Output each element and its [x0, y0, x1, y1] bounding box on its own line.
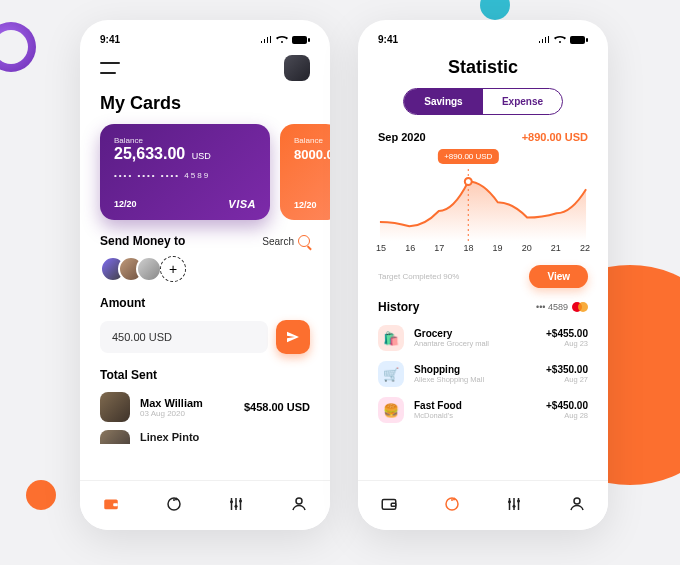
history-list: 🛍️ Grocery Anantare Grocery mall +$455.0… — [358, 320, 608, 428]
card-brand-visa: VISA — [228, 198, 256, 210]
segment-savings[interactable]: Savings — [404, 89, 483, 114]
add-contact-button[interactable]: + — [160, 256, 186, 282]
tab-profile[interactable] — [290, 495, 308, 517]
chart-tooltip: +890.00 USD — [438, 149, 498, 164]
svg-rect-3 — [114, 503, 119, 506]
target-completed-text: Target Completed 90% — [378, 272, 459, 281]
tab-activity[interactable] — [165, 495, 183, 517]
status-indicators — [260, 36, 310, 44]
wifi-icon — [554, 36, 566, 44]
sliders-icon — [227, 495, 245, 513]
svg-rect-13 — [383, 499, 397, 509]
x-tick: 17 — [434, 243, 444, 253]
card-primary[interactable]: Balance 25,633.00 USD •••• •••• •••• 458… — [100, 124, 270, 220]
wifi-icon — [276, 36, 288, 44]
card-expiry: 12/20 — [294, 200, 317, 210]
svg-point-5 — [230, 500, 233, 503]
history-item-date: Aug 23 — [546, 339, 588, 348]
sent-item[interactable]: Max William 03 Aug 2020 $458.00 USD — [80, 388, 330, 426]
signal-icon — [538, 36, 550, 44]
sent-date: 03 Aug 2020 — [140, 409, 234, 418]
svg-rect-1 — [308, 38, 310, 42]
sent-avatar — [100, 430, 130, 444]
tab-wallet[interactable] — [380, 495, 398, 517]
phone-cards-screen: 9:41 My Cards Balance 25,633.00 USD ••••… — [80, 20, 330, 530]
history-item-sub: McDonald's — [414, 411, 536, 420]
cards-carousel[interactable]: Balance 25,633.00 USD •••• •••• •••• 458… — [80, 124, 330, 220]
history-item[interactable]: 🛒 Shopping Allexe Shopping Mall +$350.00… — [358, 356, 608, 392]
segment-expense[interactable]: Expense — [483, 89, 562, 114]
view-button[interactable]: View — [529, 265, 588, 288]
sent-name: Linex Pinto — [140, 431, 310, 443]
phone-statistic-screen: 9:41 Statistic Savings Expense Sep 2020 … — [358, 20, 608, 530]
decor-teal-dot — [480, 0, 510, 20]
history-category-icon: 🛒 — [378, 361, 404, 387]
tab-activity[interactable] — [443, 495, 461, 517]
card-balance-currency: USD — [192, 151, 211, 161]
mastercard-icon — [572, 302, 588, 312]
profile-avatar[interactable] — [284, 55, 310, 81]
page-title: My Cards — [80, 89, 330, 124]
stat-month: Sep 2020 — [378, 131, 426, 143]
history-item[interactable]: 🍔 Fast Food McDonald's +$450.00 Aug 28 — [358, 392, 608, 428]
svg-point-12 — [465, 178, 472, 185]
svg-point-7 — [239, 499, 242, 502]
history-item-name: Shopping — [414, 364, 536, 375]
tab-profile[interactable] — [568, 495, 586, 517]
tab-settings[interactable] — [227, 495, 245, 517]
history-item-date: Aug 27 — [546, 375, 588, 384]
send-money-title: Send Money to — [100, 234, 185, 248]
history-item-amount: +$450.00 — [546, 400, 588, 411]
user-icon — [290, 495, 308, 513]
card-balance-label: Balance — [294, 136, 326, 145]
x-tick: 16 — [405, 243, 415, 253]
history-item[interactable]: 🛍️ Grocery Anantare Grocery mall +$455.0… — [358, 320, 608, 356]
history-item-amount: +$455.00 — [546, 328, 588, 339]
search-link[interactable]: Search — [262, 235, 310, 247]
tab-wallet[interactable] — [102, 495, 120, 517]
amount-input[interactable] — [100, 321, 268, 353]
search-label: Search — [262, 236, 294, 247]
menu-icon[interactable] — [100, 62, 120, 74]
sent-amount: $458.00 USD — [244, 401, 310, 413]
svg-rect-9 — [570, 36, 585, 44]
status-bar: 9:41 — [80, 20, 330, 51]
segment-control: Savings Expense — [403, 88, 563, 115]
history-item-sub: Allexe Shopping Mall — [414, 375, 536, 384]
page-title: Statistic — [358, 51, 608, 88]
sent-name: Max William — [140, 397, 234, 409]
card-number-masked: •••• •••• •••• 4589 — [114, 171, 256, 180]
history-item-sub: Anantare Grocery mall — [414, 339, 536, 348]
history-category-icon: 🍔 — [378, 397, 404, 423]
amount-label: Amount — [80, 288, 330, 314]
sent-avatar — [100, 392, 130, 422]
svg-point-17 — [513, 504, 516, 507]
svg-point-18 — [517, 499, 520, 502]
svg-point-16 — [508, 500, 511, 503]
sliders-icon — [505, 495, 523, 513]
line-chart[interactable]: +890.00 USD — [374, 149, 592, 241]
search-icon — [298, 235, 310, 247]
x-tick: 15 — [376, 243, 386, 253]
history-card-ref: ••• 4589 — [536, 302, 588, 312]
svg-point-19 — [574, 498, 580, 504]
x-tick: 19 — [493, 243, 503, 253]
card-balance-label: Balance — [114, 136, 256, 145]
svg-point-8 — [296, 498, 302, 504]
paper-plane-icon — [285, 329, 301, 345]
user-icon — [568, 495, 586, 513]
svg-rect-10 — [586, 38, 588, 42]
chart-x-axis: 1516171819202122 — [358, 243, 608, 261]
tab-settings[interactable] — [505, 495, 523, 517]
contact-avatar[interactable] — [136, 256, 162, 282]
history-card-last4: ••• 4589 — [536, 302, 568, 312]
card-secondary[interactable]: Balance 8000.00 12/20 — [280, 124, 330, 220]
sent-item[interactable]: Linex Pinto — [80, 426, 330, 448]
signal-icon — [260, 36, 272, 44]
total-sent-title: Total Sent — [80, 360, 330, 388]
history-item-amount: +$350.00 — [546, 364, 588, 375]
history-item-name: Fast Food — [414, 400, 536, 411]
wallet-icon — [102, 495, 120, 513]
send-button[interactable] — [276, 320, 310, 354]
x-tick: 21 — [551, 243, 561, 253]
